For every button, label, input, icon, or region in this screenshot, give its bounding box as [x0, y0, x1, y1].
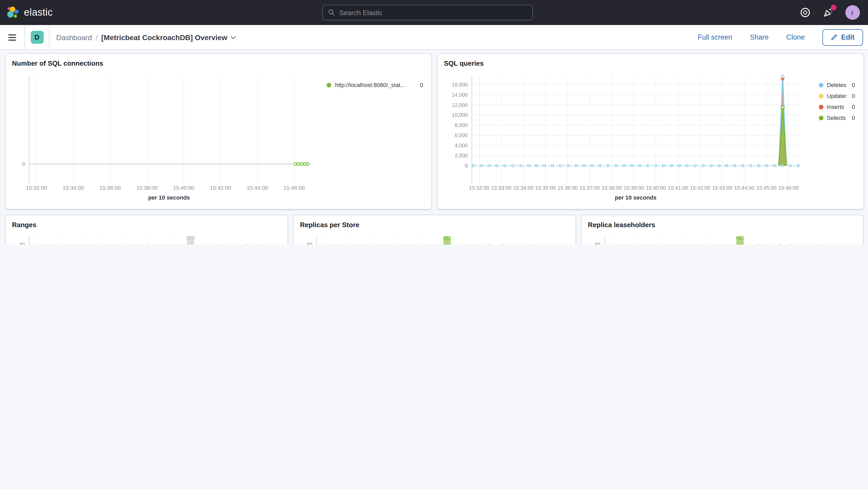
chart-legend: Deletes0Updates0Inserts0Selects0 — [818, 82, 855, 121]
space-badge[interactable]: D — [30, 31, 43, 44]
legend-item[interactable]: http://localhost:8080/_stat...0 — [327, 82, 423, 88]
whats-new-icon[interactable] — [822, 7, 834, 18]
legend-series-label: http://localhost:8080/_sta... — [765, 243, 834, 245]
svg-text:16,000: 16,000 — [452, 82, 468, 88]
legend-series-value: 0 — [847, 82, 855, 88]
breadcrumb: Dashboard / [Metricbeat CockroachDB] Ove… — [56, 33, 237, 41]
chart-legend: http://localhost:8080/_sta...89 — [468, 243, 567, 245]
global-search[interactable] — [323, 5, 533, 20]
chart-canvas[interactable]: 0102030405060708015:32:0015:35:0015:38:0… — [582, 234, 863, 245]
legend-item[interactable]: Inserts0 — [818, 104, 855, 110]
legend-series-value: 89 — [556, 243, 567, 245]
logo-wordmark: elastic — [24, 7, 53, 18]
svg-text:15:42:00: 15:42:00 — [210, 185, 231, 191]
edit-button[interactable]: Edit — [823, 29, 863, 45]
top-header: elastic — [0, 0, 868, 25]
panel-sql-queries: SQL queries 02,0004,0006,0008,00010,0001… — [437, 53, 864, 210]
chart-canvas[interactable]: 0102030405060708015:32:0015:34:0015:36:0… — [6, 234, 287, 245]
svg-text:15:46:00: 15:46:00 — [778, 185, 799, 191]
page-title[interactable]: [Metricbeat CockroachDB] Overview — [101, 33, 237, 41]
svg-text:15:36:00: 15:36:00 — [99, 185, 121, 191]
svg-text:15:44:00: 15:44:00 — [247, 185, 268, 191]
user-avatar[interactable]: r — [845, 5, 860, 20]
breadcrumb-bar: D Dashboard / [Metricbeat CockroachDB] O… — [0, 25, 868, 50]
chart-canvas[interactable]: 02,0004,0006,0008,00010,00012,00014,0001… — [438, 72, 864, 209]
page-title-text: [Metricbeat CockroachDB] Overview — [101, 33, 227, 41]
svg-text:15:36:00: 15:36:00 — [558, 185, 578, 191]
svg-text:6,000: 6,000 — [455, 132, 468, 138]
panel-title[interactable]: Number of SQL connections — [6, 54, 432, 67]
legend-item[interactable]: Updates0 — [818, 93, 855, 99]
svg-text:15:34:00: 15:34:00 — [513, 185, 534, 191]
header-right-icons: r — [799, 0, 860, 25]
dashboard-actions: Full screen Share Clone Edit — [698, 29, 868, 45]
legend-series-value: 0 — [847, 115, 855, 121]
panel-ranges: Ranges 0102030405060708015:32:0015:34:00… — [5, 215, 288, 245]
legend-series-label: Underreplicated — [222, 243, 263, 245]
svg-text:12,000: 12,000 — [452, 102, 468, 108]
legend-series-value: 0 — [414, 82, 423, 88]
svg-text:15:32:00: 15:32:00 — [26, 185, 47, 191]
legend-series-value: 0 — [271, 243, 279, 245]
svg-text:15:43:00: 15:43:00 — [712, 185, 733, 191]
svg-text:10,000: 10,000 — [452, 112, 468, 118]
svg-text:15:39:00: 15:39:00 — [624, 185, 644, 191]
legend-series-value: 89 — [843, 243, 855, 245]
panel-replica-leaseholders: Replica leaseholders 0102030405060708015… — [581, 215, 864, 245]
svg-text:15:45:00: 15:45:00 — [756, 185, 777, 191]
legend-item[interactable]: Deletes0 — [818, 82, 855, 88]
clone-button[interactable]: Clone — [786, 33, 805, 41]
svg-text:per 10 seconds: per 10 seconds — [615, 194, 656, 201]
panel-title[interactable]: Replicas per Store — [294, 215, 576, 229]
elastic-logo-icon — [6, 6, 20, 19]
svg-text:80: 80 — [594, 242, 600, 244]
panel-title[interactable]: SQL queries — [438, 54, 864, 67]
menu-hamburger-icon[interactable] — [0, 25, 25, 50]
legend-series-value: 0 — [847, 104, 855, 110]
chevron-down-icon — [230, 34, 237, 40]
svg-text:15:44:00: 15:44:00 — [735, 185, 755, 191]
legend-series-dot — [757, 244, 762, 245]
svg-text:0: 0 — [22, 161, 25, 167]
legend-item[interactable]: http://localhost:8080/_sta...89 — [757, 243, 855, 245]
chart-legend: http://localhost:8080/_sta...89 — [757, 243, 855, 245]
space-switcher[interactable]: D — [25, 25, 50, 50]
svg-text:15:33:00: 15:33:00 — [491, 185, 512, 191]
svg-text:15:42:00: 15:42:00 — [690, 185, 710, 191]
svg-text:4,000: 4,000 — [455, 143, 468, 148]
panel-title[interactable]: Ranges — [6, 215, 287, 229]
svg-text:15:46:00: 15:46:00 — [284, 185, 305, 191]
chart-canvas[interactable]: 015:32:0015:34:0015:36:0015:38:0015:40:0… — [6, 72, 432, 209]
svg-text:80: 80 — [307, 242, 312, 244]
elastic-logo[interactable]: elastic — [0, 6, 53, 19]
edit-button-label: Edit — [841, 33, 855, 41]
share-button[interactable]: Share — [750, 33, 769, 41]
legend-item[interactable]: http://localhost:8080/_sta...89 — [468, 243, 567, 245]
legend-item[interactable]: Selects0 — [818, 115, 855, 121]
legend-series-label: http://localhost:8080/_sta... — [476, 243, 545, 245]
legend-series-dot — [214, 244, 219, 245]
full-screen-button[interactable]: Full screen — [698, 33, 732, 41]
help-icon[interactable] — [799, 7, 811, 18]
legend-series-dot — [468, 244, 473, 245]
legend-item[interactable]: Underreplicated0 — [214, 243, 279, 245]
legend-series-dot — [818, 94, 823, 98]
svg-text:8,000: 8,000 — [455, 122, 468, 128]
svg-text:per 10 seconds: per 10 seconds — [148, 194, 190, 201]
svg-text:15:40:00: 15:40:00 — [646, 185, 666, 191]
panel-title[interactable]: Replica leaseholders — [582, 215, 863, 229]
svg-text:0: 0 — [465, 163, 468, 169]
svg-text:15:32:00: 15:32:00 — [469, 185, 490, 191]
dashboard-grid: Number of SQL connections 015:32:0015:34… — [0, 50, 868, 245]
panel-replicas-per-store: Replicas per Store 0102030405060708015:3… — [293, 215, 576, 245]
legend-series-dot — [818, 104, 823, 109]
svg-text:15:34:00: 15:34:00 — [62, 185, 84, 191]
breadcrumb-separator: / — [96, 33, 98, 41]
svg-text:2,000: 2,000 — [455, 153, 468, 158]
chart-canvas[interactable]: 0102030405060708015:32:0015:35:0015:38:0… — [294, 234, 576, 245]
svg-text:15:41:00: 15:41:00 — [668, 185, 688, 191]
kibana-dashboard-app: elastic — [0, 0, 868, 245]
search-icon — [329, 9, 335, 16]
search-input[interactable] — [339, 9, 527, 17]
breadcrumb-dashboard-link[interactable]: Dashboard — [56, 33, 92, 41]
